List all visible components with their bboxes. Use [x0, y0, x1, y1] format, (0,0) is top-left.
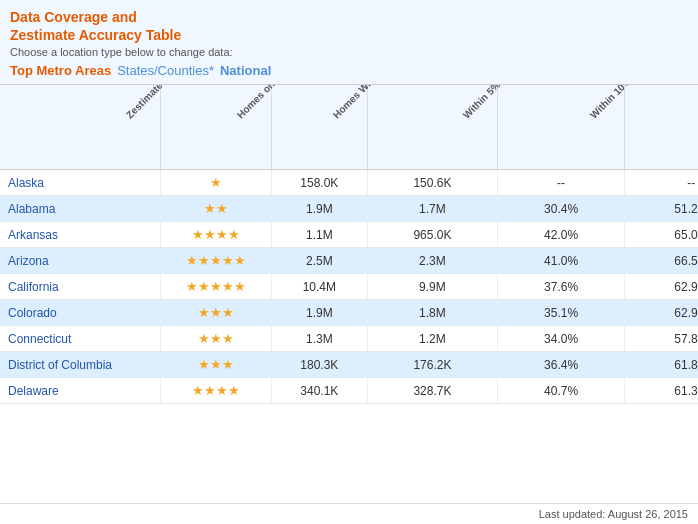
cell-homes-zestimates: 965.0K — [368, 222, 498, 248]
star-filled-icon: ★ — [216, 227, 228, 242]
cell-stars: ★★★ — [160, 326, 271, 352]
cell-homes-zillow: 1.3M — [271, 326, 367, 352]
table-wrapper: Zestimate Accuracy Homes on Zillow Homes… — [0, 85, 698, 503]
star-filled-icon: ★ — [222, 253, 234, 268]
cell-location[interactable]: Arkansas — [0, 222, 160, 248]
cell-stars: ★★★★ — [160, 222, 271, 248]
star-filled-icon: ★ — [204, 201, 216, 216]
cell-stars: ★★★ — [160, 300, 271, 326]
cell-location[interactable]: Alaska — [0, 170, 160, 196]
col-location — [0, 85, 160, 170]
star-filled-icon: ★ — [210, 357, 222, 372]
cell-within5: -- — [497, 170, 625, 196]
table-row: Delaware★★★★340.1K328.7K40.7%61.3%82.0%6… — [0, 378, 698, 404]
star-filled-icon: ★ — [222, 279, 234, 294]
data-table: Zestimate Accuracy Homes on Zillow Homes… — [0, 85, 698, 404]
cell-within5: 34.0% — [497, 326, 625, 352]
cell-stars: ★★★ — [160, 352, 271, 378]
nav-top-metro[interactable]: Top Metro Areas — [10, 63, 111, 78]
page-title: Data Coverage and Zestimate Accuracy Tab… — [10, 8, 688, 44]
cell-location[interactable]: Arizona — [0, 248, 160, 274]
table-row: District of Columbia★★★180.3K176.2K36.4%… — [0, 352, 698, 378]
star-filled-icon: ★ — [216, 201, 228, 216]
star-filled-icon: ★ — [216, 383, 228, 398]
table-row: California★★★★★10.4M9.9M37.6%62.9%84.8%7… — [0, 274, 698, 300]
cell-homes-zillow: 1.9M — [271, 196, 367, 222]
cell-within10: 62.9% — [625, 300, 698, 326]
cell-location[interactable]: District of Columbia — [0, 352, 160, 378]
star-filled-icon: ★ — [210, 253, 222, 268]
cell-within10: 65.0% — [625, 222, 698, 248]
star-filled-icon: ★ — [222, 357, 234, 372]
cell-within10: 61.3% — [625, 378, 698, 404]
cell-within10: 61.8% — [625, 352, 698, 378]
table-row: Alaska★158.0K150.6K-------- — [0, 170, 698, 196]
cell-homes-zestimates: 150.6K — [368, 170, 498, 196]
cell-homes-zestimates: 1.7M — [368, 196, 498, 222]
cell-homes-zillow: 10.4M — [271, 274, 367, 300]
cell-within5: 35.1% — [497, 300, 625, 326]
cell-within5: 42.0% — [497, 222, 625, 248]
table-row: Colorado★★★1.9M1.8M35.1%62.9%88.4%7.4% — [0, 300, 698, 326]
table-body: Alaska★158.0K150.6K--------Alabama★★1.9M… — [0, 170, 698, 404]
cell-location[interactable]: Connecticut — [0, 326, 160, 352]
star-filled-icon: ★ — [234, 279, 246, 294]
cell-homes-zillow: 158.0K — [271, 170, 367, 196]
star-filled-icon: ★ — [222, 305, 234, 320]
cell-within5: 41.0% — [497, 248, 625, 274]
cell-homes-zillow: 180.3K — [271, 352, 367, 378]
cell-stars: ★ — [160, 170, 271, 196]
cell-within10: 62.9% — [625, 274, 698, 300]
cell-location[interactable]: Alabama — [0, 196, 160, 222]
cell-location[interactable]: Delaware — [0, 378, 160, 404]
star-filled-icon: ★ — [192, 383, 204, 398]
header-subtitle: Choose a location type below to change d… — [10, 46, 688, 58]
cell-within5: 37.6% — [497, 274, 625, 300]
nav-states[interactable]: States/Counties* — [117, 63, 214, 78]
cell-within10: -- — [625, 170, 698, 196]
cell-location[interactable]: California — [0, 274, 160, 300]
star-filled-icon: ★ — [198, 357, 210, 372]
star-filled-icon: ★ — [198, 305, 210, 320]
last-updated: Last updated: August 26, 2015 — [539, 508, 688, 520]
cell-homes-zestimates: 1.8M — [368, 300, 498, 326]
table-scroll[interactable]: Zestimate Accuracy Homes on Zillow Homes… — [0, 85, 698, 503]
header-section: Data Coverage and Zestimate Accuracy Tab… — [0, 0, 698, 85]
cell-stars: ★★ — [160, 196, 271, 222]
nav-links: Top Metro Areas States/Counties* Nationa… — [10, 63, 688, 78]
cell-stars: ★★★★★ — [160, 274, 271, 300]
cell-homes-zestimates: 9.9M — [368, 274, 498, 300]
cell-homes-zillow: 340.1K — [271, 378, 367, 404]
cell-within5: 40.7% — [497, 378, 625, 404]
star-filled-icon: ★ — [198, 253, 210, 268]
nav-national[interactable]: National — [220, 63, 271, 78]
table-row: Arizona★★★★★2.5M2.3M41.0%66.5%87.0%6.5% — [0, 248, 698, 274]
cell-within10: 66.5% — [625, 248, 698, 274]
cell-homes-zestimates: 2.3M — [368, 248, 498, 274]
cell-within5: 30.4% — [497, 196, 625, 222]
col-within10: Within 10% of Sale Price — [625, 85, 698, 170]
cell-homes-zestimates: 176.2K — [368, 352, 498, 378]
cell-homes-zestimates: 328.7K — [368, 378, 498, 404]
table-header-row: Zestimate Accuracy Homes on Zillow Homes… — [0, 85, 698, 170]
star-filled-icon: ★ — [228, 383, 240, 398]
cell-stars: ★★★★ — [160, 378, 271, 404]
cell-within10: 51.2% — [625, 196, 698, 222]
star-filled-icon: ★ — [186, 279, 198, 294]
star-filled-icon: ★ — [228, 227, 240, 242]
cell-location[interactable]: Colorado — [0, 300, 160, 326]
star-filled-icon: ★ — [198, 331, 210, 346]
star-filled-icon: ★ — [210, 331, 222, 346]
cell-homes-zillow: 1.9M — [271, 300, 367, 326]
star-filled-icon: ★ — [222, 331, 234, 346]
table-row: Arkansas★★★★1.1M965.0K42.0%65.0%84.7%6.5… — [0, 222, 698, 248]
star-filled-icon: ★ — [210, 279, 222, 294]
star-filled-icon: ★ — [210, 305, 222, 320]
star-filled-icon: ★ — [210, 175, 222, 190]
star-filled-icon: ★ — [186, 253, 198, 268]
cell-within10: 57.8% — [625, 326, 698, 352]
star-filled-icon: ★ — [234, 253, 246, 268]
cell-homes-zestimates: 1.2M — [368, 326, 498, 352]
star-filled-icon: ★ — [204, 227, 216, 242]
table-row: Connecticut★★★1.3M1.2M34.0%57.8%81.4%8.1… — [0, 326, 698, 352]
